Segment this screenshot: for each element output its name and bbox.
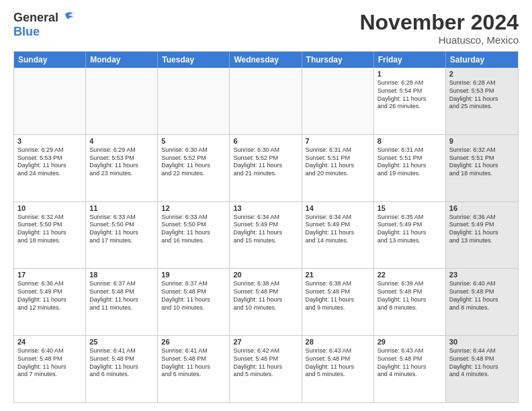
calendar-row-2: 10Sunrise: 6:32 AM Sunset: 5:50 PM Dayli… [14,202,518,269]
day-info: Sunrise: 6:28 AM Sunset: 5:53 PM Dayligh… [449,79,515,111]
day-number: 15 [378,204,442,212]
day-number: 24 [17,338,82,346]
weekday-header-friday: Friday [374,52,446,68]
day-number: 25 [89,338,154,346]
day-cell-12: 12Sunrise: 6:33 AM Sunset: 5:50 PM Dayli… [158,202,230,269]
day-number: 4 [89,137,154,145]
day-cell-25: 25Sunrise: 6:41 AM Sunset: 5:48 PM Dayli… [86,336,158,402]
day-info: Sunrise: 6:33 AM Sunset: 5:50 PM Dayligh… [161,214,226,245]
day-number: 26 [161,338,226,346]
day-cell-7: 7Sunrise: 6:31 AM Sunset: 5:51 PM Daylig… [302,135,374,201]
day-number: 3 [17,137,82,145]
weekday-header-thursday: Thursday [302,52,374,68]
day-info: Sunrise: 6:33 AM Sunset: 5:50 PM Dayligh… [89,214,154,245]
day-info: Sunrise: 6:35 AM Sunset: 5:49 PM Dayligh… [378,214,442,245]
day-info: Sunrise: 6:43 AM Sunset: 5:48 PM Dayligh… [378,347,442,379]
day-info: Sunrise: 6:38 AM Sunset: 5:48 PM Dayligh… [306,280,370,312]
day-cell-20: 20Sunrise: 6:38 AM Sunset: 5:48 PM Dayli… [230,269,302,335]
header: General Blue November 2024 Huatusco, Mex… [13,11,519,46]
day-cell-15: 15Sunrise: 6:35 AM Sunset: 5:49 PM Dayli… [374,202,446,269]
day-cell-24: 24Sunrise: 6:40 AM Sunset: 5:48 PM Dayli… [14,336,86,402]
calendar-row-1: 3Sunrise: 6:29 AM Sunset: 5:53 PM Daylig… [14,135,518,202]
day-cell-3: 3Sunrise: 6:29 AM Sunset: 5:53 PM Daylig… [14,135,86,201]
day-cell-29: 29Sunrise: 6:43 AM Sunset: 5:48 PM Dayli… [374,336,446,402]
day-cell-6: 6Sunrise: 6:30 AM Sunset: 5:52 PM Daylig… [230,135,302,201]
day-cell-23: 23Sunrise: 6:40 AM Sunset: 5:48 PM Dayli… [446,269,518,335]
empty-cell [14,68,86,134]
day-number: 22 [378,271,442,279]
day-cell-10: 10Sunrise: 6:32 AM Sunset: 5:50 PM Dayli… [14,202,86,269]
day-info: Sunrise: 6:44 AM Sunset: 5:48 PM Dayligh… [449,347,515,379]
day-number: 17 [17,271,82,279]
day-info: Sunrise: 6:37 AM Sunset: 5:48 PM Dayligh… [161,280,226,312]
day-number: 23 [449,271,515,279]
day-number: 11 [89,204,154,212]
day-number: 28 [306,338,370,346]
day-cell-13: 13Sunrise: 6:34 AM Sunset: 5:49 PM Dayli… [230,202,302,269]
empty-cell [158,68,230,134]
day-cell-11: 11Sunrise: 6:33 AM Sunset: 5:50 PM Dayli… [86,202,158,269]
weekday-header-monday: Monday [86,52,158,68]
page: General Blue November 2024 Huatusco, Mex… [0,0,532,411]
day-info: Sunrise: 6:40 AM Sunset: 5:48 PM Dayligh… [449,280,515,312]
day-info: Sunrise: 6:40 AM Sunset: 5:48 PM Dayligh… [17,347,82,379]
empty-cell [86,68,158,134]
weekday-header-tuesday: Tuesday [158,52,230,68]
day-cell-1: 1Sunrise: 6:28 AM Sunset: 5:54 PM Daylig… [374,68,446,134]
day-number: 20 [233,271,298,279]
day-info: Sunrise: 6:36 AM Sunset: 5:49 PM Dayligh… [17,280,82,312]
day-cell-16: 16Sunrise: 6:36 AM Sunset: 5:49 PM Dayli… [446,202,518,269]
day-info: Sunrise: 6:32 AM Sunset: 5:50 PM Dayligh… [17,214,82,245]
day-cell-8: 8Sunrise: 6:31 AM Sunset: 5:51 PM Daylig… [374,135,446,201]
day-number: 19 [161,271,226,279]
day-info: Sunrise: 6:38 AM Sunset: 5:48 PM Dayligh… [233,280,298,312]
day-number: 5 [161,137,226,145]
day-number: 2 [449,70,515,78]
empty-cell [230,68,302,134]
day-cell-17: 17Sunrise: 6:36 AM Sunset: 5:49 PM Dayli… [14,269,86,335]
empty-cell [302,68,374,134]
day-cell-5: 5Sunrise: 6:30 AM Sunset: 5:52 PM Daylig… [158,135,230,201]
day-cell-28: 28Sunrise: 6:43 AM Sunset: 5:48 PM Dayli… [302,336,374,402]
title-block: November 2024 Huatusco, Mexico [359,11,519,46]
logo-text: General [13,11,75,25]
day-info: Sunrise: 6:29 AM Sunset: 5:53 PM Dayligh… [89,146,154,178]
day-cell-27: 27Sunrise: 6:42 AM Sunset: 5:48 PM Dayli… [230,336,302,402]
day-number: 27 [233,338,298,346]
day-info: Sunrise: 6:31 AM Sunset: 5:51 PM Dayligh… [378,146,442,178]
day-number: 30 [449,338,515,346]
day-info: Sunrise: 6:30 AM Sunset: 5:52 PM Dayligh… [233,146,298,178]
day-info: Sunrise: 6:31 AM Sunset: 5:51 PM Dayligh… [306,146,370,178]
day-info: Sunrise: 6:41 AM Sunset: 5:48 PM Dayligh… [161,347,226,379]
calendar-body: 1Sunrise: 6:28 AM Sunset: 5:54 PM Daylig… [14,68,518,402]
calendar-row-3: 17Sunrise: 6:36 AM Sunset: 5:49 PM Dayli… [14,269,518,336]
weekday-header-saturday: Saturday [446,52,518,68]
day-cell-30: 30Sunrise: 6:44 AM Sunset: 5:48 PM Dayli… [446,336,518,402]
day-number: 1 [378,70,442,78]
day-number: 13 [233,204,298,212]
day-info: Sunrise: 6:30 AM Sunset: 5:52 PM Dayligh… [161,146,226,178]
day-cell-26: 26Sunrise: 6:41 AM Sunset: 5:48 PM Dayli… [158,336,230,402]
day-number: 7 [306,137,370,145]
logo: General Blue [13,11,75,39]
calendar-row-4: 24Sunrise: 6:40 AM Sunset: 5:48 PM Dayli… [14,336,518,402]
day-number: 16 [449,204,515,212]
day-info: Sunrise: 6:43 AM Sunset: 5:48 PM Dayligh… [306,347,370,379]
weekday-header-sunday: Sunday [14,52,86,68]
day-number: 14 [306,204,370,212]
day-cell-22: 22Sunrise: 6:39 AM Sunset: 5:48 PM Dayli… [374,269,446,335]
day-info: Sunrise: 6:29 AM Sunset: 5:53 PM Dayligh… [17,146,82,178]
day-number: 12 [161,204,226,212]
day-info: Sunrise: 6:37 AM Sunset: 5:48 PM Dayligh… [89,280,154,312]
day-number: 10 [17,204,82,212]
day-info: Sunrise: 6:32 AM Sunset: 5:51 PM Dayligh… [449,146,515,178]
weekday-header-wednesday: Wednesday [230,52,302,68]
day-cell-2: 2Sunrise: 6:28 AM Sunset: 5:53 PM Daylig… [446,68,518,134]
calendar-row-0: 1Sunrise: 6:28 AM Sunset: 5:54 PM Daylig… [14,68,518,135]
day-number: 9 [449,137,515,145]
day-info: Sunrise: 6:28 AM Sunset: 5:54 PM Dayligh… [378,79,442,111]
day-cell-14: 14Sunrise: 6:34 AM Sunset: 5:49 PM Dayli… [302,202,374,269]
calendar: SundayMondayTuesdayWednesdayThursdayFrid… [13,51,519,403]
day-number: 8 [378,137,442,145]
day-info: Sunrise: 6:34 AM Sunset: 5:49 PM Dayligh… [306,214,370,245]
